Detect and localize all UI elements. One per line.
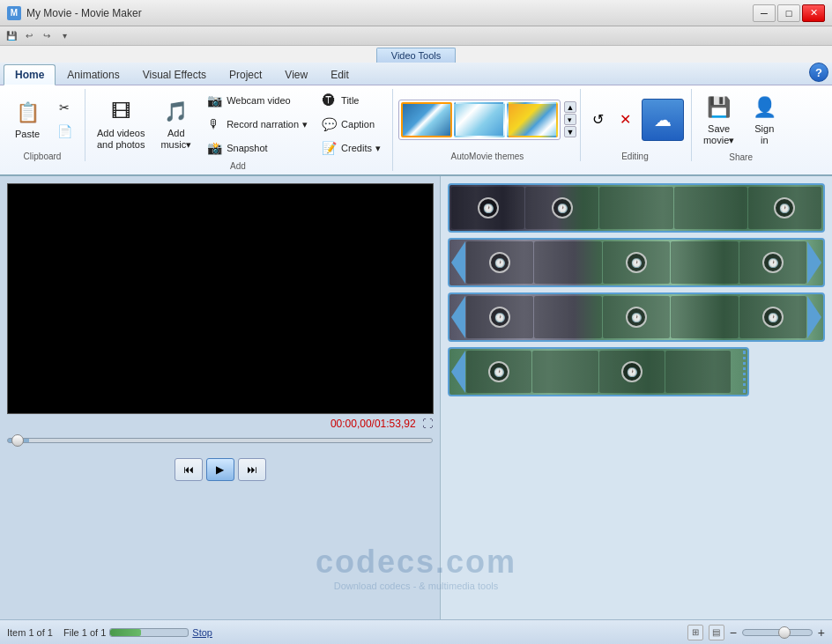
clock-icon-3-3: 🕐 — [626, 307, 647, 328]
title-button[interactable]: 🅣 Title — [316, 89, 385, 112]
timeline-pane: 🕐 🕐 🕐 🕐 🕐 — [441, 176, 832, 619]
close-button[interactable]: ✕ — [802, 4, 825, 22]
clock-icon-1-2: 🕐 — [552, 197, 573, 218]
preview-pane: 00:00,00/01:53,92 ⛶ ⏮ ▶ ⏭ — [0, 176, 441, 619]
add-videos-label: Add videosand photos — [97, 128, 145, 151]
sign-in-icon: 👤 — [750, 93, 778, 122]
item-count: Item 1 of 1 — [7, 627, 53, 638]
tab-visual-effects[interactable]: Visual Effects — [131, 64, 218, 85]
timeline-strip-4[interactable]: 🕐 🕐 — [448, 347, 749, 396]
caption-button[interactable]: 💬 Caption — [316, 113, 385, 136]
title-bar: M My Movie - Movie Maker ─ □ ✕ — [0, 0, 832, 26]
strip-frame-3-4 — [671, 296, 738, 338]
mic-icon: 🎙 — [205, 115, 223, 133]
strip-4-end — [732, 351, 746, 393]
maximize-button[interactable]: □ — [777, 4, 800, 22]
playback-controls: ⏮ ▶ ⏭ — [7, 458, 433, 481]
cut-button[interactable]: ✂ — [51, 96, 78, 119]
tab-view[interactable]: View — [273, 64, 319, 85]
snapshot-icon: 📸 — [205, 139, 223, 157]
gallery-scroll-more[interactable]: ▾ — [564, 114, 576, 125]
expand-icon[interactable]: ⛶ — [422, 418, 433, 430]
strip-frame-1-5: 🕐 — [748, 187, 821, 229]
rotate-left-btn[interactable]: ↺ — [586, 107, 611, 132]
strip-3-arrow-left — [451, 296, 465, 338]
add-content: 🎞 Add videosand photos 🎵 Addmusic▾ 📷 Web… — [91, 89, 385, 159]
tab-animations[interactable]: Animations — [56, 64, 130, 85]
zoom-thumb[interactable] — [778, 626, 791, 639]
group-editing: ↺ ✕ ☁ Editing — [583, 89, 692, 161]
strip-3-arrow-right — [807, 296, 821, 338]
add-music-button[interactable]: 🎵 Addmusic▾ — [154, 93, 197, 155]
undo-btn[interactable]: ↩ — [21, 28, 37, 44]
editing-buttons: ↺ ✕ — [586, 107, 638, 132]
zoom-plus[interactable]: + — [818, 625, 825, 640]
timeline-strip-1[interactable]: 🕐 🕐 🕐 — [448, 183, 825, 233]
tab-project[interactable]: Project — [218, 64, 273, 85]
webcam-video-button[interactable]: 📷 Webcam video — [201, 89, 312, 112]
delete-btn[interactable]: ✕ — [613, 107, 638, 132]
strip-frame-3-2 — [534, 296, 601, 338]
copy-button[interactable]: 📄 — [51, 120, 78, 143]
gallery-scroll-controls: ▲ ▾ ▼ — [564, 101, 576, 137]
title-label: Title — [341, 95, 359, 106]
record-narration-button[interactable]: 🎙 Record narration▾ — [201, 113, 312, 136]
scrubber[interactable] — [7, 433, 433, 448]
clock-icon-2-5: 🕐 — [762, 252, 784, 273]
split-btn[interactable]: ☁ — [642, 99, 684, 141]
strip-frame-1-1: 🕐 — [451, 187, 524, 229]
clock-icon-2-3: 🕐 — [626, 252, 647, 273]
share-label: Share — [697, 151, 784, 162]
scrubber-thumb[interactable] — [11, 434, 24, 447]
scrubber-track[interactable] — [7, 438, 433, 443]
strip-frame-3-3: 🕐 — [603, 296, 670, 338]
strip-2-arrow-right — [807, 241, 821, 284]
strip-frame-4-4 — [665, 351, 731, 393]
view-toggle-1[interactable]: ⊞ — [687, 625, 703, 640]
zoom-slider[interactable] — [742, 629, 813, 636]
app-icon: M — [7, 6, 21, 20]
quick-access-dropdown[interactable]: ▾ — [56, 28, 72, 44]
record-narration-label: Record narration — [227, 119, 299, 130]
theme-2[interactable] — [507, 102, 558, 137]
credits-button[interactable]: 📝 Credits▾ — [316, 137, 385, 159]
stop-button[interactable]: Stop — [192, 627, 212, 638]
theme-0[interactable] — [401, 102, 452, 137]
redo-btn[interactable]: ↪ — [39, 28, 55, 44]
group-automovie: ▲ ▾ ▼ AutoMovie themes — [395, 89, 581, 161]
share-content: 💾 Savemovie▾ 👤 Signin — [697, 89, 784, 151]
play-button[interactable]: ▶ — [206, 458, 234, 481]
zoom-minus[interactable]: − — [730, 625, 737, 640]
tab-edit[interactable]: Edit — [319, 64, 360, 85]
sign-in-button[interactable]: 👤 Signin — [744, 89, 784, 151]
paste-button[interactable]: 📋 Paste — [7, 94, 48, 144]
themes-gallery — [398, 100, 561, 140]
timeline-strip-2[interactable]: 🕐 🕐 🕐 — [448, 238, 825, 287]
snapshot-button[interactable]: 📸 Snapshot — [201, 137, 312, 159]
item-label: Item 1 of 1 — [7, 627, 53, 638]
strip-frame-2-3: 🕐 — [603, 241, 670, 284]
help-button[interactable]: ? — [809, 63, 828, 82]
clipboard-small-btns: ✂ 📄 — [51, 96, 78, 143]
window-controls: ─ □ ✕ — [753, 4, 825, 22]
prev-frame-button[interactable]: ⏮ — [175, 458, 203, 481]
strip-frame-3-1: 🕐 — [466, 296, 533, 338]
save-quick-btn[interactable]: 💾 — [4, 28, 19, 44]
save-movie-button[interactable]: 💾 Savemovie▾ — [697, 89, 740, 151]
ribbon-tabs: Home Animations Visual Effects Project V… — [0, 63, 832, 85]
add-videos-button[interactable]: 🎞 Add videosand photos — [91, 93, 151, 155]
next-frame-button[interactable]: ⏭ — [238, 458, 266, 481]
view-toggle-2[interactable]: ▤ — [709, 625, 724, 640]
add-videos-icon: 🎞 — [107, 98, 135, 126]
clipboard-content: 📋 Paste ✂ 📄 — [7, 89, 78, 150]
strip-frame-2-1: 🕐 — [466, 241, 533, 284]
minimize-button[interactable]: ─ — [753, 4, 776, 22]
gallery-scroll-down[interactable]: ▼ — [564, 126, 576, 137]
gallery-scroll-up[interactable]: ▲ — [564, 101, 576, 113]
timeline-strip-3[interactable]: 🕐 🕐 🕐 — [448, 292, 825, 342]
strip-frame-4-3: 🕐 — [599, 351, 665, 393]
theme-1[interactable] — [454, 102, 505, 137]
file-count: File 1 of 1 Stop — [63, 627, 212, 638]
clock-icon-1-5: 🕐 — [774, 197, 795, 218]
tab-home[interactable]: Home — [4, 64, 56, 85]
